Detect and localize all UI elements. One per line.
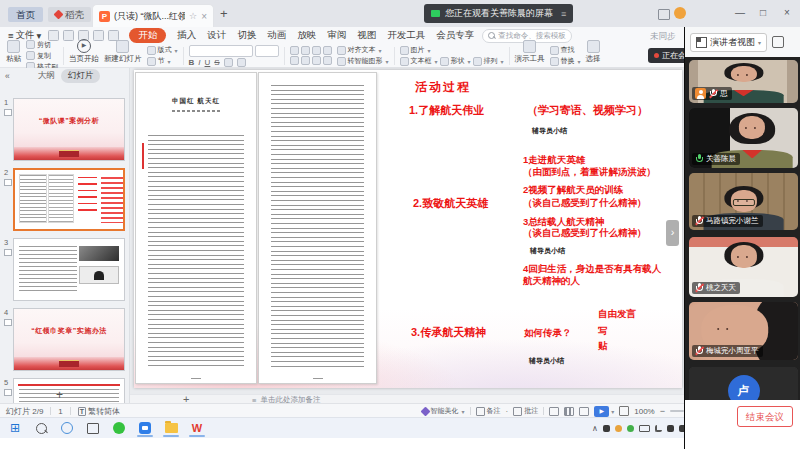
tab-document[interactable]: P (只读) “微队...红领巾奖章分析 ☆ ×: [92, 4, 214, 27]
zoom-out-button[interactable]: −: [660, 406, 665, 416]
participant-tile[interactable]: 梅城完小周亚平: [689, 302, 798, 360]
new-tab-button[interactable]: +: [220, 6, 228, 21]
menu-tab-会员专享[interactable]: 会员专享: [436, 29, 474, 42]
strikethrough-button[interactable]: S: [214, 58, 219, 67]
align-center-icon[interactable]: [301, 56, 310, 65]
layout-button[interactable]: 版式: [147, 45, 178, 55]
zoom-slider[interactable]: [670, 410, 684, 412]
minimize-button[interactable]: —: [735, 7, 745, 18]
align-text-button[interactable]: 对齐文本: [337, 45, 389, 55]
indent-increase-icon[interactable]: [323, 46, 332, 55]
font-name-select[interactable]: [189, 45, 253, 57]
notes-button[interactable]: 备注: [476, 406, 501, 416]
replace-button[interactable]: 替换: [550, 56, 581, 66]
reader-mode-icon[interactable]: [658, 9, 670, 20]
new-slide-button[interactable]: 新建幻灯片: [104, 40, 142, 72]
arrange-button[interactable]: 排列: [473, 56, 504, 66]
comments-button[interactable]: 批注: [513, 406, 538, 416]
slide-thumbnail-4[interactable]: “红领巾奖章”实施办法: [13, 308, 125, 371]
tab-home[interactable]: 首页: [8, 7, 43, 22]
copy-button[interactable]: 复制: [26, 51, 58, 61]
beautify-button[interactable]: 智能美化: [422, 406, 465, 416]
slide-thumbnail-1[interactable]: “微队课”案例分析: [13, 98, 125, 161]
cut-button[interactable]: 剪切: [26, 40, 58, 50]
participant-tile[interactable]: 思: [689, 60, 798, 103]
slideshow-play-button[interactable]: ▶: [594, 406, 609, 417]
menu-tab-插入[interactable]: 插入: [177, 29, 196, 42]
current-slide[interactable]: 中国红 航天红 活动过程1.了解航天伟业（学习寄语、视频学习）辅导员小结1走进航…: [134, 70, 682, 388]
italic-button[interactable]: I: [198, 58, 200, 67]
font-size-select[interactable]: [255, 45, 279, 57]
paste-button[interactable]: 粘贴: [6, 40, 21, 72]
next-slide-button[interactable]: ›: [666, 220, 679, 246]
reading-view-icon[interactable]: [579, 407, 589, 416]
tray-expand-icon[interactable]: ∧: [592, 425, 598, 432]
menu-tab-切换[interactable]: 切换: [237, 29, 256, 42]
close-button[interactable]: ×: [784, 7, 790, 18]
picture-button[interactable]: 图片: [400, 45, 504, 55]
bullet-list-icon[interactable]: [290, 46, 299, 55]
tab-slides[interactable]: 幻灯片: [61, 69, 101, 83]
end-meeting-button[interactable]: 结束会议: [737, 406, 793, 427]
taskbar-search-icon[interactable]: [32, 419, 50, 437]
underline-button[interactable]: U: [205, 58, 211, 67]
tab-docer[interactable]: 稻壳: [48, 7, 91, 22]
highlight-icon[interactable]: [237, 58, 246, 67]
line-spacing-icon[interactable]: [323, 56, 332, 65]
tray-battery-icon[interactable]: [639, 425, 650, 432]
number-list-icon[interactable]: [301, 46, 310, 55]
align-right-icon[interactable]: [312, 56, 321, 65]
close-tab-icon[interactable]: ×: [201, 11, 207, 22]
indent-decrease-icon[interactable]: [312, 46, 321, 55]
tray-app-green-icon[interactable]: [627, 425, 634, 432]
participant-tile[interactable]: 卢: [689, 367, 798, 400]
smart-graphic-button[interactable]: 转智能图形: [337, 56, 389, 66]
menu-tab-设计[interactable]: 设计: [207, 29, 226, 42]
menu-tab-审阅[interactable]: 审阅: [327, 29, 346, 42]
taskbar-file-explorer-icon[interactable]: [162, 419, 180, 437]
screen-share-banner[interactable]: 您正在观看关善陈晨的屏幕 ≡: [424, 4, 573, 23]
tray-network-icon[interactable]: [655, 425, 662, 432]
fit-to-window-icon[interactable]: [619, 406, 629, 416]
maximize-button[interactable]: □: [760, 7, 766, 18]
tab-outline[interactable]: 大纲: [38, 70, 55, 82]
fullscreen-icon[interactable]: [772, 36, 784, 48]
tray-mic-icon[interactable]: [603, 425, 610, 432]
find-button[interactable]: 查找: [550, 45, 581, 55]
taskbar-cortana-icon[interactable]: [58, 419, 76, 437]
sorter-view-icon[interactable]: [564, 407, 574, 416]
shape-button[interactable]: 形状: [440, 56, 471, 66]
menu-tab-动画[interactable]: 动画: [267, 29, 286, 42]
participant-tile[interactable]: 桃之夭夭: [689, 237, 798, 297]
bold-button[interactable]: B: [189, 58, 195, 67]
taskbar-wps-icon[interactable]: W: [188, 419, 206, 437]
section-button[interactable]: 节: [147, 56, 178, 66]
slide-thumbnail-2[interactable]: [13, 168, 125, 231]
taskbar-start-icon[interactable]: ⊞: [6, 419, 24, 437]
add-slide-button[interactable]: +: [56, 388, 63, 402]
taskbar-meeting-app-icon[interactable]: [136, 419, 154, 437]
view-mode-button[interactable]: 演讲者视图 ▾: [690, 33, 767, 52]
tray-volume-icon[interactable]: [667, 425, 674, 432]
slide-thumbnail-5[interactable]: [13, 378, 125, 403]
user-avatar[interactable]: [674, 7, 686, 19]
convert-button[interactable]: T繁转简体: [78, 406, 120, 417]
participant-tile[interactable]: 关善陈晨: [689, 108, 798, 168]
align-left-icon[interactable]: [290, 56, 299, 65]
menu-tab-放映[interactable]: 放映: [297, 29, 316, 42]
banner-menu-icon[interactable]: ≡: [561, 9, 566, 19]
menu-tab-开发工具[interactable]: 开发工具: [387, 29, 425, 42]
participant-tile[interactable]: 马路镇完小谢兰: [689, 173, 798, 230]
tray-app-orange-icon[interactable]: [615, 425, 622, 432]
text-box-button[interactable]: 文本框: [400, 56, 438, 66]
taskbar-wechat-icon[interactable]: [110, 419, 128, 437]
taskbar-task-view-icon[interactable]: [84, 419, 102, 437]
favorite-icon[interactable]: ☆: [189, 11, 197, 21]
present-tools-button[interactable]: 演示工具: [515, 40, 545, 72]
menu-tab-视图[interactable]: 视图: [357, 29, 376, 42]
font-color-icon[interactable]: [224, 58, 233, 67]
collapse-panel-button[interactable]: «: [5, 71, 10, 81]
select-button[interactable]: 选择: [586, 40, 601, 72]
normal-view-icon[interactable]: [549, 407, 559, 416]
slide-thumbnail-3[interactable]: [13, 238, 125, 301]
